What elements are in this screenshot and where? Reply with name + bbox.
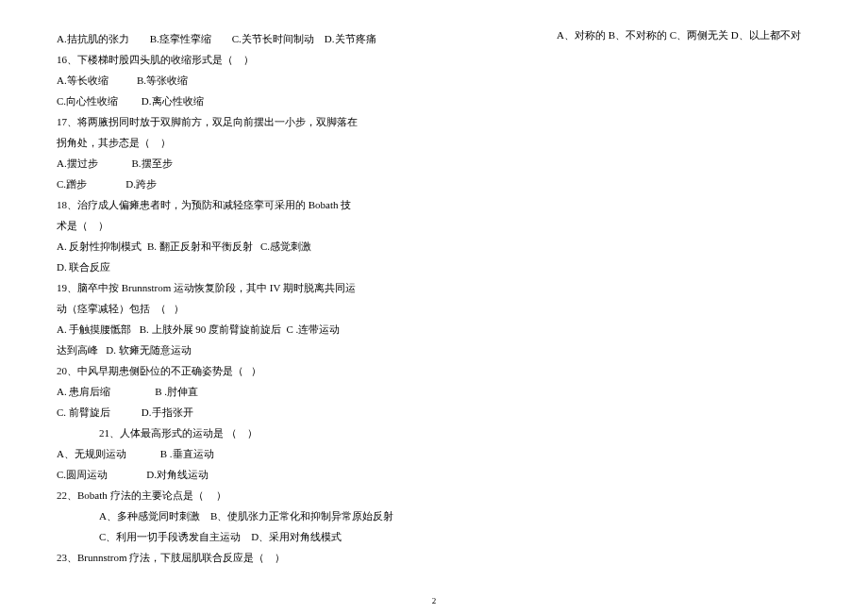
page-number: 2 [0, 596, 868, 605]
text-line-4: 17、将两腋拐同时放于双脚前方，双足向前摆出一小步，双脚落在 [57, 111, 811, 132]
text-line-23: A、多种感觉同时刺激 B、使肌张力正常化和抑制异常原始反射 [57, 505, 811, 526]
text-line-8: 18、治疗成人偏瘫患者时，为预防和减轻痉挛可采用的 Bobath 技 [57, 194, 811, 215]
text-line-5: 拐角处，其步态是（ ） [57, 132, 811, 153]
document-body: A.拮抗肌的张力 B.痉挛性挛缩 C.关节长时间制动 D.关节疼痛16、下楼梯时… [0, 0, 868, 587]
text-line-18: C. 前臂旋后 D.手指张开 [57, 402, 811, 422]
text-line-19: 21、人体最高形式的运动是 （ ） [57, 422, 811, 443]
text-line-20: A、无规则运动 B .垂直运动 [57, 443, 811, 464]
text-line-1: 16、下楼梯时股四头肌的收缩形式是（ ） [57, 49, 811, 70]
text-line-3: C.向心性收缩 D.离心性收缩 [57, 91, 811, 111]
text-line-13: 动（痉挛减轻）包括 （ ） [57, 298, 811, 319]
text-line-9: 术是（ ） [57, 215, 811, 236]
text-line-15: 达到高峰 D. 软瘫无随意运动 [57, 340, 811, 360]
text-line-25: 23、Brunnstrom 疗法，下肢屈肌联合反应是（ ） [57, 547, 811, 568]
right-column-text: A、对称的 B、不对称的 C、两侧无关 D、以上都不对 [557, 28, 801, 42]
text-line-22: 22、Bobath 疗法的主要论点是（ ） [57, 485, 811, 505]
text-line-6: A.摆过步 B.摆至步 [57, 153, 811, 174]
text-line-12: 19、脑卒中按 Brunnstrom 运动恢复阶段，其中 IV 期时脱离共同运 [57, 277, 811, 298]
text-line-17: A. 患肩后缩 B .肘伸直 [57, 381, 811, 402]
text-line-14: A. 手触摸腰骶部 B. 上肢外展 90 度前臂旋前旋后 C .连带运动 [57, 319, 811, 340]
text-line-2: A.等长收缩 B.等张收缩 [57, 70, 811, 91]
text-line-21: C.圆周运动 D.对角线运动 [57, 464, 811, 485]
text-line-10: A. 反射性抑制模式 B. 翻正反射和平衡反射 C.感觉刺激 [57, 236, 811, 257]
text-line-16: 20、中风早期患侧卧位的不正确姿势是（ ） [57, 360, 811, 381]
text-line-24: C、利用一切手段诱发自主运动 D、采用对角线模式 [57, 526, 811, 547]
text-line-11: D. 联合反应 [57, 257, 811, 277]
text-line-7: C.蹭步 D.跨步 [57, 174, 811, 194]
